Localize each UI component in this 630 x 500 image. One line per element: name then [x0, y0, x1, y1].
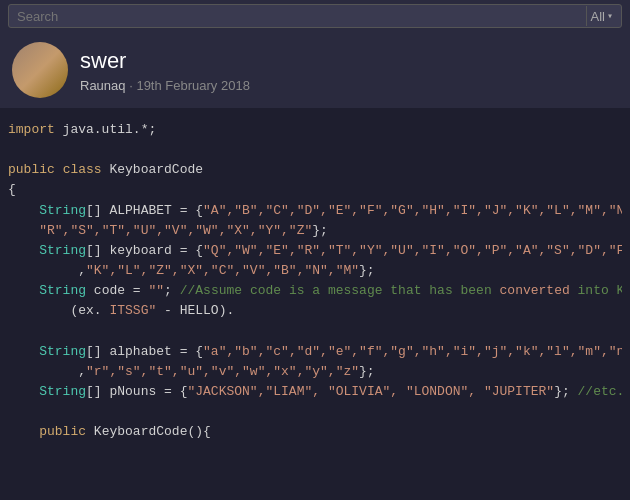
code-line-keyboard1: String [] keyboard = { "Q","W","E","R","…: [8, 241, 622, 261]
code-line-import: import java.util.*;: [8, 120, 622, 140]
page-title: swer: [80, 48, 250, 74]
code-line-class: public class KeyboardCode: [8, 160, 622, 180]
keyword-class: class: [63, 160, 102, 180]
code-line-code1: String code = "" ; //Assume code is a me…: [8, 281, 622, 301]
post-date: 19th February 2018: [136, 78, 249, 93]
code-line-alpha-lower1: String [] alphabet = { "a","b","c","d","…: [8, 342, 622, 362]
all-label[interactable]: All: [591, 9, 605, 24]
search-divider: [586, 6, 587, 26]
profile-section: swer Raunaq · 19th February 2018: [0, 32, 630, 108]
keyword-import: import: [8, 120, 55, 140]
code-line-alphabet1: String [] ALPHABET = { "A","B","C","D","…: [8, 201, 622, 221]
code-line-blank3: [8, 402, 622, 422]
code-line-constructor: public KeyboardCode(){: [8, 422, 622, 442]
code-area: import java.util.*; public class Keyboar…: [0, 108, 630, 498]
avatar-image: [12, 42, 68, 98]
chevron-down-icon: ▾: [607, 10, 613, 22]
type-string-4: String: [39, 342, 86, 362]
code-line-keyboard2: , "K","L","Z","X","C","V","B","N","M" };: [8, 261, 622, 281]
type-string-3: String: [39, 281, 86, 301]
code-line-pnouns: String [] pNouns = { "JACKSON","LIAM", "…: [8, 382, 622, 402]
keyword-public: public: [8, 160, 55, 180]
code-line-alphabet2: "R","S","T","U","V","W","X","Y","Z" };: [8, 221, 622, 241]
code-line-code2: (ex. ITSSG" - HELLO).: [8, 301, 622, 321]
top-bar: All ▾: [0, 0, 630, 32]
keyword-public-2: public: [39, 422, 86, 442]
profile-meta: Raunaq · 19th February 2018: [80, 78, 250, 93]
search-box[interactable]: All ▾: [8, 4, 622, 28]
code-line-alpha-lower2: , "r","s","t","u","v","w","x","y","z" };: [8, 362, 622, 382]
code-line-blank1: [8, 140, 622, 160]
type-string: String: [39, 201, 86, 221]
profile-info: swer Raunaq · 19th February 2018: [80, 48, 250, 93]
type-string-2: String: [39, 241, 86, 261]
avatar: [12, 42, 68, 98]
username: Raunaq: [80, 78, 126, 93]
code-line-blank2: [8, 321, 622, 341]
code-line-brace-open: {: [8, 180, 622, 200]
type-string-5: String: [39, 382, 86, 402]
search-input[interactable]: [17, 9, 582, 24]
